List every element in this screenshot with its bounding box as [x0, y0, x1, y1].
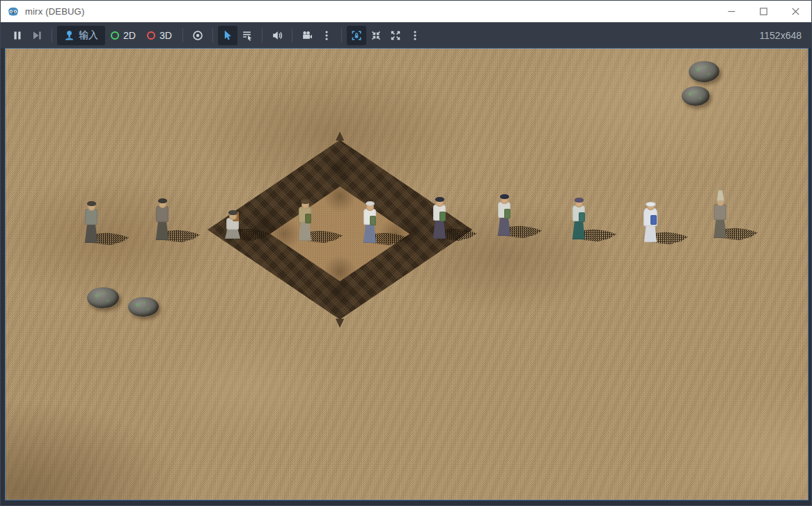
npc-accessory: [370, 216, 376, 226]
view-3d-button[interactable]: 3D: [141, 26, 178, 45]
npc-accessory: [439, 212, 446, 221]
npc-torso: [85, 209, 97, 225]
step-frame-icon: [32, 31, 42, 40]
arena-bottom-spike: [334, 319, 345, 328]
npc-hair: [228, 210, 237, 215]
audio-toggle-button[interactable]: [267, 26, 287, 45]
npc-accessory: [305, 214, 311, 223]
npc-woman-greenbag[interactable]: [425, 190, 453, 239]
circle-dot-eye-icon: [192, 30, 203, 41]
npc-hair: [500, 194, 509, 199]
pause-button[interactable]: [8, 26, 27, 45]
arena-top-spike: [334, 132, 345, 141]
npc-torso: [714, 204, 726, 220]
window-title: mirx (DEBUG): [25, 6, 84, 17]
npc-lower-body: [84, 222, 98, 243]
viewport-area: [1, 48, 811, 505]
2d-label: 2D: [123, 30, 136, 41]
npc-woman-apron[interactable]: [356, 193, 384, 243]
npc-hair: [158, 198, 167, 203]
npc-hair: [646, 202, 656, 207]
separator: [52, 29, 52, 42]
npc-miner[interactable]: [77, 197, 105, 243]
npc-hair: [575, 198, 584, 203]
npc-priest[interactable]: [637, 189, 664, 242]
npc-hair: [301, 199, 310, 204]
debug-toolbar: 输入 2D 3D: [1, 22, 811, 48]
godot-logo-icon: [7, 5, 19, 17]
npc-accessory: [504, 209, 510, 219]
3d-ring-icon: [147, 31, 155, 40]
kebab-menu-icon: [322, 30, 331, 41]
lock-frame-icon: [351, 30, 362, 41]
window-controls: [715, 1, 811, 22]
npc-lower-body: [155, 219, 169, 240]
separator: [292, 29, 292, 42]
npc-elder[interactable]: [706, 182, 734, 238]
game-view[interactable]: [6, 49, 808, 500]
menu-dots-right-button[interactable]: [405, 26, 425, 45]
minimize-button[interactable]: [715, 1, 747, 22]
cursor-arrow-icon: [222, 30, 233, 40]
separator: [262, 29, 263, 42]
npc-porter[interactable]: [291, 191, 319, 241]
npc-lower-body: [713, 217, 727, 238]
pause-icon: [13, 31, 22, 40]
joystick-icon: [64, 30, 75, 40]
2d-ring-icon: [111, 31, 119, 40]
viewport-resolution-label: 1152x648: [760, 30, 804, 41]
npc-accessory: [579, 212, 585, 222]
list-cursor-icon: [242, 30, 253, 41]
titlebar: mirx (DEBUG): [1, 1, 811, 22]
separator: [182, 29, 183, 42]
input-button-label: 输入: [79, 29, 98, 42]
separator: [212, 29, 213, 42]
speaker-icon: [272, 30, 283, 41]
arrows-inward-icon: [370, 30, 382, 41]
select-cursor-button[interactable]: [218, 26, 237, 45]
mossy-rock: [689, 61, 719, 82]
npc-hair: [366, 201, 375, 206]
npc-accessory: [650, 215, 657, 225]
maximize-button[interactable]: [747, 1, 779, 22]
npc-villager-gray[interactable]: [148, 193, 176, 240]
step-frame-button[interactable]: [27, 26, 47, 45]
menu-dots-left-button[interactable]: [317, 26, 336, 45]
mossy-rock: [682, 86, 710, 106]
npc-teal-lady[interactable]: [565, 191, 593, 239]
arrows-outward-icon: [390, 30, 401, 41]
movie-camera-icon: [302, 30, 313, 41]
mossy-rock: [128, 297, 159, 317]
3d-label: 3D: [159, 30, 172, 41]
mossy-rock: [87, 287, 119, 308]
close-button[interactable]: [779, 1, 811, 22]
npc-torso: [156, 206, 169, 222]
movie-maker-button[interactable]: [297, 26, 317, 45]
focus-lock-button[interactable]: [347, 26, 366, 45]
npc-hair: [87, 201, 96, 206]
node-picker-button[interactable]: [237, 26, 257, 45]
kebab-menu-icon: [410, 30, 420, 41]
view-2d-button[interactable]: 2D: [105, 26, 141, 45]
separator: [341, 29, 342, 42]
npc-crouching-man[interactable]: [219, 201, 247, 239]
app-window: mirx (DEBUG) 输入: [0, 0, 812, 506]
npc-hair: [435, 197, 444, 202]
input-forward-button[interactable]: 输入: [57, 26, 105, 45]
shrink-window-button[interactable]: [366, 26, 386, 45]
npc-woman-vest[interactable]: [490, 189, 518, 236]
camera-override-button[interactable]: [188, 26, 208, 45]
npc-hair: [716, 190, 725, 201]
expand-window-button[interactable]: [386, 26, 405, 45]
